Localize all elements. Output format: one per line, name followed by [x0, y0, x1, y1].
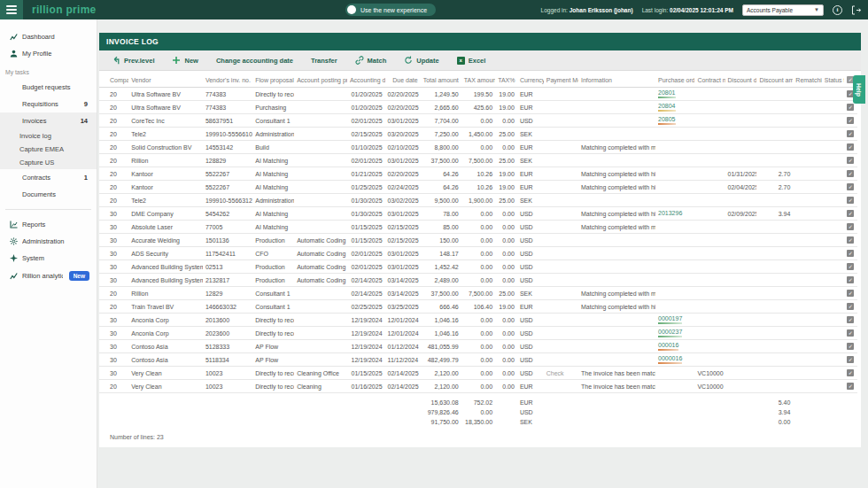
table-row[interactable]: 20Train Travel BV146663032Consultant 102…	[99, 300, 857, 314]
sidebar-subitem-invoice-log[interactable]: Invoice log	[0, 129, 97, 143]
table-row[interactable]: 30ADS Security117542411CFOAutomatic Codi…	[99, 247, 857, 260]
row-checkbox[interactable]: ✓	[847, 117, 854, 124]
row-checkbox[interactable]: ✓	[847, 130, 854, 137]
row-checkbox[interactable]: ✓	[847, 290, 854, 297]
table-row[interactable]: 30Accurate Welding1501136ProductionAutom…	[99, 234, 857, 247]
row-checkbox[interactable]: ✓	[847, 250, 854, 257]
row-checkbox[interactable]: ✓	[847, 223, 854, 230]
row-checkbox[interactable]: ✓	[847, 210, 854, 217]
table-row[interactable]: 20Very Clean10023Directly to recordingCl…	[99, 380, 857, 393]
purchase-order-link[interactable]: 20801	[658, 89, 675, 98]
sidebar-item-invoices[interactable]: Invoices14	[0, 112, 97, 129]
table-row[interactable]: 20Rillion12829Consultant 102/14/202503/1…	[99, 287, 857, 300]
sidebar-subitem-capture-us[interactable]: Capture US	[0, 156, 97, 169]
cell-flow: Directly to recording	[252, 380, 294, 393]
toolbar-button-update[interactable]: Update	[397, 52, 446, 68]
cell-due: 03/20/2025	[385, 128, 421, 141]
sidebar-subitem-capture-emea[interactable]: Capture EMEA	[0, 143, 97, 156]
refresh-icon	[404, 56, 413, 65]
table-row[interactable]: 30Advanced Building Systems02513Producti…	[99, 260, 857, 274]
sidebar-item-administration[interactable]: Administration	[0, 233, 97, 250]
purchase-order-link[interactable]: 20805	[658, 116, 675, 125]
table-row[interactable]: 20Solid Construction BV14553142Build01/1…	[99, 141, 857, 154]
table-row[interactable]: 20Ultra Software BV774383Purchasing01/20…	[99, 101, 857, 114]
toolbar-button-prev-level[interactable]: Prev.level	[105, 52, 161, 68]
role-selector[interactable]: Accounts Payable ▼	[742, 4, 824, 16]
summary-cell-status	[822, 417, 845, 427]
sidebar-item-requisitions[interactable]: Requisitions9	[0, 96, 97, 112]
table-row[interactable]: 30DME Company5454262AI Matching01/30/202…	[99, 207, 857, 221]
sidebar-item-my-profile[interactable]: My Profile	[0, 45, 97, 62]
summary-cell-chk	[844, 417, 857, 427]
toolbar-button-match[interactable]: Match	[348, 52, 394, 68]
toolbar-button-new[interactable]: New	[165, 52, 205, 68]
row-checkbox[interactable]: ✓	[847, 383, 854, 390]
table-row[interactable]: 30Contoso Asia5118334AP Flow12/19/202411…	[99, 353, 857, 367]
row-checkbox[interactable]: ✓	[847, 197, 854, 204]
row-checkbox[interactable]: ✓	[847, 329, 854, 337]
toolbar-button-change-accounting-date[interactable]: Change accounting date	[209, 53, 300, 68]
row-checkbox[interactable]: ✓	[847, 276, 854, 283]
row-checkbox[interactable]: ✓	[847, 356, 854, 363]
info-icon[interactable]: i	[833, 5, 842, 15]
cell-vendor: DME Company	[128, 207, 203, 221]
help-tab[interactable]: Help	[853, 75, 865, 104]
table-row[interactable]: 20Kantoor5522267AI Matching01/25/202502/…	[99, 181, 857, 194]
cell-total: 1,046.16	[421, 327, 461, 340]
cell-vendor: Contoso Asia	[128, 340, 203, 353]
logout-icon[interactable]	[851, 5, 861, 15]
row-checkbox[interactable]: ✓	[847, 236, 854, 244]
table-row[interactable]: 20Tele2199910-55566102Administration02/1…	[99, 128, 857, 141]
table-row[interactable]: 30Very Clean10023Directly to recordingCl…	[99, 367, 857, 380]
row-checkbox[interactable]: ✓	[847, 263, 854, 270]
sidebar-item-contracts[interactable]: Contracts1	[0, 169, 97, 186]
toolbar-button-excel[interactable]: xExcel	[450, 53, 493, 68]
row-checkbox[interactable]: ✓	[847, 157, 854, 164]
cell-info	[578, 260, 655, 274]
sidebar-item-budget-requests[interactable]: Budget requests	[0, 79, 97, 96]
row-checkbox[interactable]: ✓	[847, 183, 854, 190]
table-row[interactable]: 30Anconia Corp2023600Directly to recordi…	[99, 327, 857, 340]
cell-status	[822, 207, 845, 221]
table-row[interactable]: 20Ultra Software BV774383Directly to rec…	[99, 88, 857, 101]
purchase-order-link[interactable]: 2013296	[658, 210, 682, 217]
purchase-order-link[interactable]: 0000016	[658, 355, 682, 364]
table-row[interactable]: 20Tele2199910-5566312Administration01/30…	[99, 194, 857, 207]
link-icon	[355, 56, 364, 65]
cell-info: Matching completed with medium confidenc…	[578, 287, 655, 300]
table-row[interactable]: 20Kantoor5522267AI Matching01/21/202502/…	[99, 167, 857, 181]
row-checkbox[interactable]: ✓	[847, 316, 854, 323]
row-checkbox[interactable]: ✓	[847, 170, 854, 177]
new-experience-toggle[interactable]: Use the new experience	[345, 4, 436, 16]
sidebar-item-documents[interactable]: Documents	[0, 186, 97, 203]
table-row[interactable]: 20CoreTec Inc58637951Consultant 102/01/2…	[99, 114, 857, 128]
table-row[interactable]: 30Contoso Asia5128333AP Flow12/19/202401…	[99, 340, 857, 353]
sidebar-item-system[interactable]: System	[0, 250, 97, 267]
table-row[interactable]: 30Absolute Laser77005AI Matching01/15/20…	[99, 221, 857, 234]
sidebar-item-count: 14	[81, 117, 89, 125]
table-row[interactable]: 30Advanced Building Systems2132817Produc…	[99, 274, 857, 287]
row-checkbox[interactable]: ✓	[847, 143, 854, 151]
purchase-order-link[interactable]: 0000237	[658, 329, 682, 337]
sidebar-item-rillion-analytics[interactable]: Rillion analyticsNew	[0, 267, 97, 285]
cell-company: 30	[99, 234, 128, 247]
purchase-order-link[interactable]: 0000197	[658, 315, 682, 324]
sidebar-item-reports[interactable]: Reports	[0, 216, 97, 233]
row-checkbox[interactable]: ✓	[847, 343, 854, 350]
row-checkbox[interactable]: ✓	[847, 104, 854, 111]
purchase-order-link[interactable]: 000016	[658, 342, 678, 351]
sidebar-item-label: Contracts	[22, 174, 80, 182]
payment-method-value: Check	[546, 370, 564, 376]
table-row[interactable]: 30Anconia Corp2013600Directly to recordi…	[99, 314, 857, 327]
row-checkbox[interactable]: ✓	[847, 369, 854, 376]
cell-status	[822, 287, 845, 300]
toolbar-button-transfer[interactable]: Transfer	[304, 53, 345, 68]
cell-chk: ✓	[844, 247, 857, 260]
cell-company: 20	[99, 141, 128, 154]
purchase-order-link[interactable]: 20804	[658, 103, 675, 112]
sidebar-item-dashboard[interactable]: Dashboard	[0, 28, 97, 45]
row-checkbox[interactable]: ✓	[847, 303, 854, 310]
summary-cell-rematch	[793, 398, 821, 407]
hamburger-menu-icon[interactable]	[0, 0, 23, 19]
table-row[interactable]: 20Rillion128829AI Matching02/01/202503/0…	[99, 154, 857, 167]
